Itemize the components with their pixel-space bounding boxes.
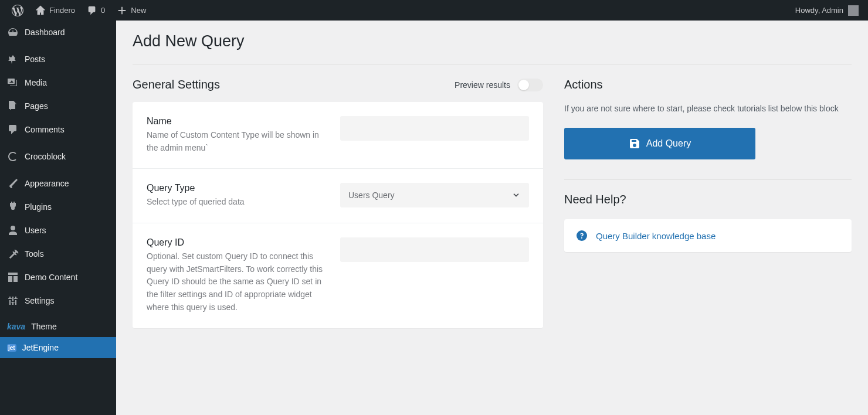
query-type-select[interactable]: Users Query: [340, 183, 529, 207]
wordpress-icon: [12, 5, 23, 16]
sidebar-item-label: Crocoblock: [25, 152, 66, 161]
sidebar-item-tools[interactable]: Tools: [0, 242, 116, 266]
save-icon: [629, 138, 640, 149]
field-label: Name: [147, 116, 328, 127]
plus-icon: [117, 5, 127, 16]
sidebar-item-label: JetEngine: [22, 343, 59, 352]
sidebar-item-plugins[interactable]: Plugins: [0, 195, 116, 219]
sidebar-item-label: Appearance: [25, 179, 69, 188]
admin-sidebar: Dashboard Posts Media Pages Comments Cro…: [0, 21, 116, 415]
preview-toggle[interactable]: [517, 79, 543, 91]
sidebar-item-label: Tools: [25, 249, 44, 258]
sidebar-item-media[interactable]: Media: [0, 71, 116, 94]
brush-icon: [7, 178, 19, 189]
new-label: New: [131, 6, 146, 15]
kava-logo: kava: [7, 322, 25, 331]
layout-icon: [7, 271, 19, 283]
sliders-icon: [7, 295, 19, 307]
field-name: Name Name of Custom Content Type will be…: [133, 102, 543, 169]
general-settings-title: General Settings: [133, 78, 220, 91]
field-desc: Optional. Set custom Query ID to connect…: [147, 250, 328, 314]
sidebar-item-label: Comments: [25, 125, 65, 134]
dashboard-icon: [7, 26, 19, 38]
pin-icon: [7, 53, 19, 65]
actions-title: Actions: [564, 78, 852, 91]
sidebar-item-dashboard[interactable]: Dashboard: [0, 21, 116, 44]
sidebar-item-posts[interactable]: Posts: [0, 47, 116, 71]
sidebar-item-label: Users: [25, 226, 46, 235]
sidebar-item-label: Theme: [31, 322, 57, 331]
sidebar-item-appearance[interactable]: Appearance: [0, 172, 116, 195]
sidebar-item-label: Media: [25, 78, 47, 87]
field-query-type: Query Type Select type of queried data U…: [133, 169, 543, 223]
field-label: Query ID: [147, 237, 328, 248]
sidebar-item-crocoblock[interactable]: Crocoblock: [0, 145, 116, 168]
page-title: Add New Query: [133, 32, 852, 50]
actions-desc: If you are not sure where to start, plea…: [564, 102, 852, 115]
field-label: Query Type: [147, 183, 328, 193]
help-link[interactable]: Query Builder knowledge base: [596, 231, 716, 241]
pages-icon: [7, 100, 19, 112]
name-input[interactable]: [340, 116, 529, 141]
wrench-icon: [7, 248, 19, 260]
avatar: [848, 5, 859, 16]
help-title: Need Help?: [564, 193, 852, 206]
sidebar-item-jetengine[interactable]: jet JetEngine: [0, 337, 116, 358]
field-query-id: Query ID Optional. Set custom Query ID t…: [133, 223, 543, 328]
media-icon: [7, 77, 19, 89]
new-content-link[interactable]: New: [111, 0, 152, 21]
add-query-button[interactable]: Add Query: [564, 128, 755, 159]
comment-icon: [87, 5, 97, 16]
sidebar-item-label: Posts: [25, 55, 45, 64]
user-menu[interactable]: Howdy, Admin: [795, 5, 862, 16]
sidebar-item-label: Settings: [25, 296, 55, 305]
sidebar-item-label: Demo Content: [25, 273, 77, 282]
sidebar-item-kava-theme[interactable]: kava Theme: [0, 316, 116, 337]
site-name: Findero: [49, 6, 75, 15]
sidebar-item-label: Plugins: [25, 202, 52, 212]
sidebar-item-comments[interactable]: Comments: [0, 118, 116, 141]
sidebar-item-label: Pages: [25, 101, 48, 111]
select-value: Users Query: [348, 191, 395, 200]
greeting-text: Howdy, Admin: [795, 6, 843, 15]
page-content: Add New Query General Settings Preview r…: [116, 21, 868, 415]
comments-count: 0: [101, 6, 105, 15]
plug-icon: [7, 201, 19, 213]
jetengine-icon: jet: [7, 344, 16, 352]
admin-bar: Findero 0 New Howdy, Admin: [0, 0, 868, 21]
sidebar-item-settings[interactable]: Settings: [0, 289, 116, 312]
query-id-input[interactable]: [340, 237, 529, 262]
field-desc: Select type of queried data: [147, 196, 328, 209]
site-link[interactable]: Findero: [29, 0, 81, 21]
preview-label: Preview results: [455, 80, 510, 90]
sidebar-item-demo-content[interactable]: Demo Content: [0, 266, 116, 289]
comments-icon: [7, 124, 19, 135]
help-card: Query Builder knowledge base: [564, 219, 852, 252]
sidebar-item-pages[interactable]: Pages: [0, 94, 116, 118]
home-icon: [35, 5, 46, 16]
crocoblock-icon: [7, 151, 19, 162]
field-desc: Name of Custom Content Type will be show…: [147, 129, 328, 154]
sidebar-item-users[interactable]: Users: [0, 219, 116, 242]
chevron-down-icon: [511, 191, 521, 200]
comments-link[interactable]: 0: [81, 0, 111, 21]
sidebar-item-label: Dashboard: [25, 28, 65, 37]
help-icon: [576, 230, 588, 241]
wp-logo[interactable]: [6, 0, 29, 21]
general-settings-card: Name Name of Custom Content Type will be…: [133, 102, 543, 328]
button-label: Add Query: [646, 138, 691, 149]
user-icon: [7, 224, 19, 236]
